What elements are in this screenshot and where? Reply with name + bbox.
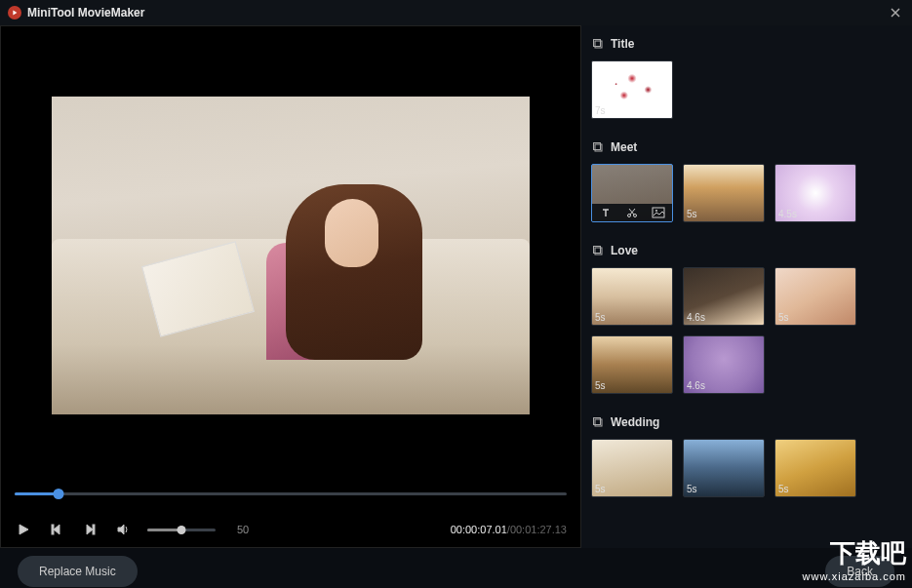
svg-marker-2 [54,525,59,534]
clip-duration: 4.6s [687,380,705,391]
bottom-bar: Replace Music Back [0,548,912,587]
svg-rect-13 [653,208,664,217]
clip[interactable]: 5s [774,267,856,326]
clip-duration: 5s [778,312,789,323]
clip-duration: 5s [687,209,697,219]
timeline-handle[interactable] [54,489,64,499]
clip-grid: 7s [585,59,904,127]
app-logo-icon [8,6,21,20]
volume-handle[interactable] [178,526,186,534]
text-tool-icon[interactable] [599,206,613,219]
clip-grid: 5s4.6s5s5s4.6s [585,265,904,402]
copy-icon [591,415,605,429]
copy-icon [591,140,605,154]
next-frame-button[interactable] [81,521,99,538]
back-button[interactable]: Back [825,556,894,587]
clip[interactable]: 5s [591,439,673,497]
clip-duration: 5s [595,380,606,391]
clip[interactable]: 4.6s [683,267,765,326]
clip[interactable]: 5s [683,439,765,497]
replace-music-button[interactable]: Replace Music [18,556,138,587]
clip-duration: 4.6s [687,312,705,323]
cut-tool-icon[interactable] [625,206,639,219]
play-button[interactable] [15,521,32,538]
svg-point-14 [655,210,657,212]
clip-toolbar [592,204,672,221]
clip[interactable]: 7s [591,60,673,119]
preview-panel: 50 00:00:07.01/00:01:27.13 [0,25,581,548]
copy-icon [591,37,605,51]
clip[interactable]: 5s [774,439,856,497]
timeline-track[interactable] [15,492,567,495]
section-header: Wedding [585,408,904,437]
section-title: Wedding [611,415,659,429]
clip-grid: 5s4.5s [585,162,904,230]
section-header: Meet [585,133,904,162]
title-bar: MiniTool MovieMaker [0,0,912,25]
section-wedding: Wedding5s5s5s [585,408,904,505]
svg-marker-0 [13,11,17,16]
svg-marker-1 [20,525,28,534]
clip-duration: 7s [595,105,606,116]
prev-frame-button[interactable] [48,521,65,538]
section-title: Love [611,244,638,257]
app-title: MiniTool MovieMaker [27,6,144,20]
timeline[interactable] [1,475,580,512]
clip[interactable] [591,164,673,222]
clips-panel[interactable]: Title7sMeet5s4.5sLove5s4.6s5s5s4.6sWeddi… [581,25,912,548]
clip[interactable]: 5s [591,335,673,394]
preview-image [52,97,530,414]
clip-duration: 5s [687,484,697,494]
section-title: Title [611,37,634,51]
section-meet: Meet5s4.5s [585,133,904,230]
clip[interactable]: 5s [683,164,765,222]
section-title: Meet [611,140,637,154]
time-current: 00:00:07.01 [451,524,507,535]
controls: 50 00:00:07.01/00:01:27.13 [1,512,580,547]
section-header: Love [585,236,904,265]
clip[interactable]: 4.5s [774,164,856,222]
volume-icon[interactable] [114,521,132,538]
clip-duration: 5s [595,484,606,494]
svg-marker-4 [87,525,93,534]
svg-marker-6 [118,525,124,534]
clip[interactable]: 4.6s [683,335,765,394]
clip-duration: 4.5s [778,209,797,219]
svg-rect-3 [52,525,54,534]
clip-duration: 5s [595,312,606,323]
volume-value: 50 [237,524,249,535]
preview-viewport[interactable] [1,26,580,475]
time-total: /00:01:27.13 [507,524,567,535]
copy-icon [591,244,605,257]
clip-duration: 5s [778,484,789,494]
close-button[interactable] [887,4,904,21]
volume-slider[interactable] [147,529,216,531]
main-area: 50 00:00:07.01/00:01:27.13 Title7sMeet5s… [0,25,912,548]
svg-rect-5 [93,525,95,534]
time-display: 00:00:07.01/00:01:27.13 [451,524,567,535]
section-love: Love5s4.6s5s5s4.6s [585,236,904,402]
section-header: Title [585,29,904,59]
section-title: Title7s [585,29,904,127]
clip-grid: 5s5s5s [585,437,904,505]
timeline-progress [15,492,59,495]
clip[interactable]: 5s [591,267,673,326]
image-tool-icon[interactable] [652,206,665,219]
